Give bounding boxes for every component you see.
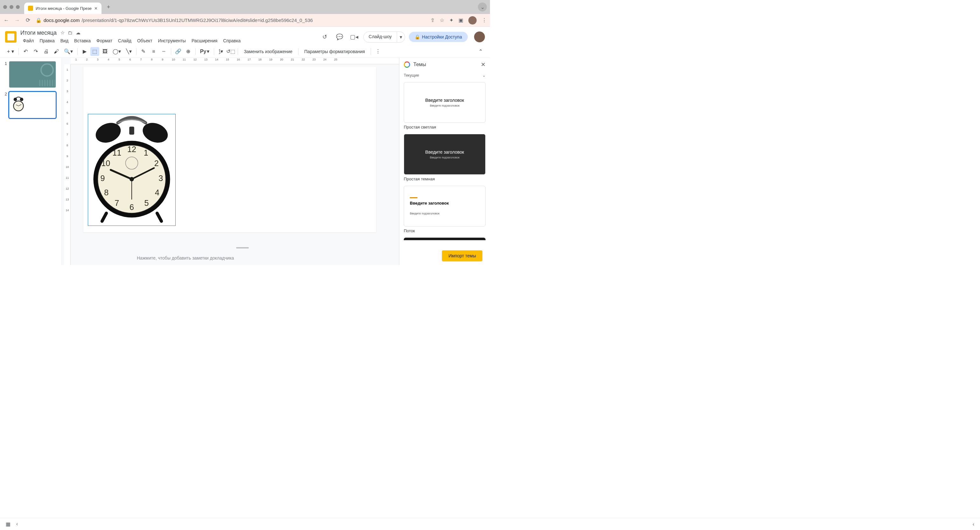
collapse-toolbar-button[interactable]: ⌃ xyxy=(476,47,485,56)
star-icon[interactable]: ☆ xyxy=(60,30,65,36)
print-button[interactable]: 🖨 xyxy=(42,47,51,56)
slideshow-dropdown[interactable]: ▾ xyxy=(397,32,405,43)
clock-icon xyxy=(13,96,24,112)
paint-format-button[interactable]: 🖌 xyxy=(52,47,61,56)
svg-text:8: 8 xyxy=(104,188,108,197)
share-icon[interactable]: ⇧ xyxy=(431,17,434,23)
svg-text:10: 10 xyxy=(101,159,110,168)
menu-edit[interactable]: Правка xyxy=(37,37,57,45)
new-slide-button[interactable]: + ▾ xyxy=(5,47,16,56)
zoom-button[interactable]: 🔍▾ xyxy=(62,47,75,56)
close-window-icon[interactable] xyxy=(3,5,7,9)
theme-card-dark[interactable]: Введите заголовок Введите подзаголовок xyxy=(404,134,485,175)
slide-canvas[interactable]: 1212 345 678 91011 xyxy=(83,67,376,232)
border-color-button[interactable]: ✎ xyxy=(139,47,148,56)
slideshow-button[interactable]: Слайд-шоу xyxy=(363,32,398,43)
close-tab-icon[interactable]: ✕ xyxy=(94,6,98,11)
back-button[interactable]: ← xyxy=(3,17,10,24)
theme-card-light[interactable]: Введите заголовок Введите подзаголовок xyxy=(404,82,485,123)
comment-button[interactable]: ⊕ xyxy=(184,47,193,56)
reload-button[interactable]: ⟳ xyxy=(25,17,31,24)
import-theme-button[interactable]: Импорт темы xyxy=(442,250,482,261)
chevron-down-icon: ⌄ xyxy=(482,73,485,78)
svg-point-0 xyxy=(14,98,17,101)
new-tab-button[interactable]: + xyxy=(104,3,113,11)
sidepanel-icon[interactable]: ▣ xyxy=(458,17,463,23)
alarm-clock-image: 1212 345 678 91011 xyxy=(88,114,175,226)
slides-logo-icon[interactable] xyxy=(5,31,16,43)
themes-panel: Темы ✕ Текущие ⌄ Введите заголовок Введи… xyxy=(399,58,490,265)
mask-button[interactable]: Py▾ xyxy=(198,47,212,56)
browser-tab[interactable]: Итоги месяца - Google Презе ✕ xyxy=(24,3,102,14)
tabs-menu-button[interactable]: ⌄ xyxy=(478,3,487,11)
vertical-ruler: 1234567891011121314 xyxy=(64,64,71,265)
forward-button[interactable]: → xyxy=(14,17,21,24)
replace-image-button[interactable]: Заменить изображение xyxy=(240,49,296,54)
browser-tab-strip: Итоги месяца - Google Презе ✕ + ⌄ xyxy=(0,0,490,14)
menu-file[interactable]: Файл xyxy=(21,37,36,45)
line-tool[interactable]: ╲▾ xyxy=(124,47,134,56)
theme-label: Простая темная xyxy=(404,177,485,181)
svg-text:1: 1 xyxy=(144,148,148,157)
notes-placeholder[interactable]: Нажмите, чтобы добавить заметки докладчи… xyxy=(137,255,234,261)
crop-button[interactable]: ⟆▾ xyxy=(217,47,225,56)
menu-tools[interactable]: Инструменты xyxy=(156,37,188,45)
account-avatar[interactable] xyxy=(474,32,485,42)
link-button[interactable]: 🔗 xyxy=(174,47,183,56)
lock-icon: 🔒 xyxy=(415,34,420,40)
document-title[interactable]: Итоги месяца xyxy=(21,30,57,36)
slide-filmstrip[interactable]: 1 2 xyxy=(0,58,62,265)
redo-button[interactable]: ↷ xyxy=(32,47,40,56)
slide-thumbnail-1[interactable] xyxy=(9,61,56,88)
border-dash-button[interactable]: ┄ xyxy=(159,47,168,56)
move-icon[interactable]: 🗀 xyxy=(68,30,73,36)
svg-text:12: 12 xyxy=(127,145,136,154)
comments-icon[interactable]: 💬 xyxy=(334,32,345,42)
themes-current-toggle[interactable]: Текущие ⌄ xyxy=(399,71,490,80)
url-path: /presentation/d/1-qp78zwChWsYUs3B1SUnl12… xyxy=(81,18,313,23)
svg-text:9: 9 xyxy=(100,174,105,183)
address-bar[interactable]: 🔒 docs.google.com/presentation/d/1-qp78z… xyxy=(36,18,426,23)
svg-text:5: 5 xyxy=(145,199,149,207)
slides-favicon-icon xyxy=(28,6,33,11)
theme-card-flow[interactable]: Введите заголовок Введите подзаголовок xyxy=(404,186,485,226)
svg-text:4: 4 xyxy=(155,188,159,197)
more-tools-button[interactable]: ⋮ xyxy=(374,47,382,56)
svg-text:7: 7 xyxy=(115,199,119,207)
shape-tool[interactable]: ◯▾ xyxy=(111,47,123,56)
meet-icon[interactable]: ▢◂ xyxy=(349,32,360,42)
extensions-icon[interactable]: ✦ xyxy=(449,17,453,23)
maximize-window-icon[interactable] xyxy=(16,5,20,9)
svg-text:3: 3 xyxy=(159,174,163,183)
bookmark-icon[interactable]: ☆ xyxy=(440,17,444,23)
menu-help[interactable]: Справка xyxy=(221,37,243,45)
menu-slide[interactable]: Слайд xyxy=(116,37,134,45)
slide-thumbnail-2[interactable] xyxy=(9,92,56,118)
menu-object[interactable]: Объект xyxy=(135,37,155,45)
menu-insert[interactable]: Вставка xyxy=(72,37,93,45)
select-tool[interactable]: ▶ xyxy=(80,47,89,56)
border-weight-button[interactable]: ≡ xyxy=(149,47,158,56)
selected-image[interactable]: 1212 345 678 91011 xyxy=(88,114,176,226)
cloud-saved-icon: ☁ xyxy=(76,30,81,36)
profile-avatar[interactable] xyxy=(468,16,477,24)
minimize-window-icon[interactable] xyxy=(10,5,13,9)
kebab-menu-icon[interactable]: ⋮ xyxy=(482,17,487,23)
image-tool[interactable]: 🖼 xyxy=(100,47,110,56)
share-button[interactable]: 🔒 Настройки Доступа xyxy=(409,32,468,42)
reset-image-button[interactable]: ↺⬚ xyxy=(226,47,235,56)
theme-label: Поток xyxy=(404,228,485,233)
notes-resize-handle[interactable] xyxy=(236,247,249,248)
textbox-tool[interactable]: ⬚ xyxy=(91,47,99,56)
tab-title: Итоги месяца - Google Презе xyxy=(36,6,92,11)
history-icon[interactable]: ↺ xyxy=(320,32,330,42)
svg-text:11: 11 xyxy=(112,148,121,157)
speaker-notes-bar[interactable]: Нажмите, чтобы добавить заметки докладчи… xyxy=(73,251,399,265)
menu-format[interactable]: Формат xyxy=(94,37,115,45)
menu-extensions[interactable]: Расширения xyxy=(189,37,220,45)
close-panel-button[interactable]: ✕ xyxy=(481,61,485,68)
menu-view[interactable]: Вид xyxy=(58,37,71,45)
format-options-button[interactable]: Параметры форматирования xyxy=(301,49,368,54)
undo-button[interactable]: ↶ xyxy=(21,47,30,56)
window-controls xyxy=(3,5,20,9)
